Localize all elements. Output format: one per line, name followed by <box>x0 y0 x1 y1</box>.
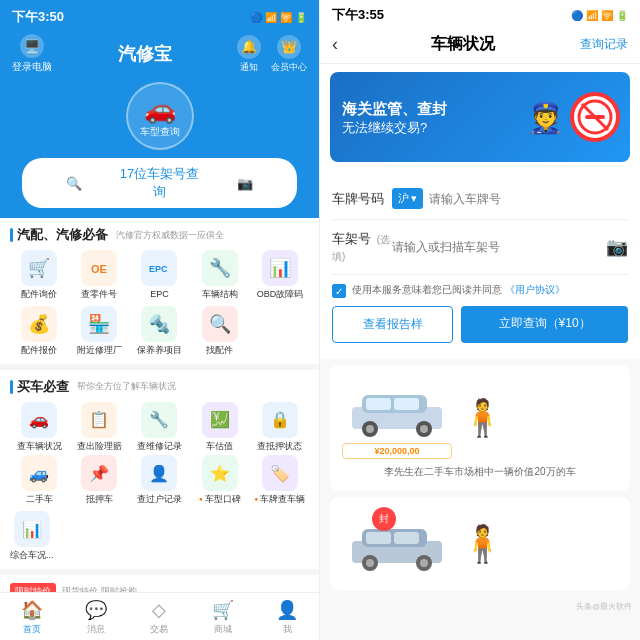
right-panel: 下午3:55 🔵 📶 🛜 🔋 ‹ 车辆状况 查询记录 海关监管、查封 无法继续交… <box>320 0 640 640</box>
right-header: ‹ 车辆状况 查询记录 <box>320 26 640 64</box>
obd-icon: 📊 <box>262 250 298 286</box>
vin-camera-button[interactable]: 📷 <box>606 236 628 258</box>
plate-number-row: 车牌号码 沪 ▾ <box>332 178 628 220</box>
right-status-bar: 下午3:55 🔵 📶 🛜 🔋 <box>320 0 640 26</box>
query-record-link[interactable]: 查询记录 <box>580 36 628 53</box>
reputation-icon: ⭐ <box>202 455 238 491</box>
sample-report-button[interactable]: 查看报告样 <box>332 306 453 343</box>
parts-quote-item[interactable]: 💰 配件报价 <box>10 306 68 356</box>
car-reputation-item[interactable]: ⭐ 车型口碑 <box>191 455 249 505</box>
result-card2-content: 封 🧍 <box>342 509 618 578</box>
person-illustration: 🧍 <box>460 397 505 439</box>
result-card-2: 封 🧍 <box>330 497 630 590</box>
header-right-actions: 🔔 通知 👑 会员中心 <box>237 35 307 74</box>
svg-point-20 <box>420 559 428 567</box>
plate-query-item[interactable]: 🏷️ 车牌查车辆 <box>251 455 309 505</box>
nav-message-label: 消息 <box>87 623 105 636</box>
nav-profile[interactable]: 👤 我 <box>255 599 319 636</box>
login-button[interactable]: 🖥️ 登录电脑 <box>12 34 52 74</box>
vehicle-structure-item[interactable]: 🔧 车辆结构 <box>191 250 249 300</box>
used-car-item[interactable]: 🚙 二手车 <box>10 455 68 505</box>
find-parts-item[interactable]: 🔍 找配件 <box>191 306 249 356</box>
nav-message[interactable]: 💬 消息 <box>64 599 128 636</box>
mortgage-status-item[interactable]: 🔒 查抵押状态 <box>251 402 309 452</box>
repair-record-item[interactable]: 🔧 查维修记录 <box>130 402 188 452</box>
plate-input-group: 沪 ▾ <box>392 188 628 209</box>
wifi-icon: 🛜 <box>280 12 292 23</box>
transfer-record-item[interactable]: 👤 查过户记录 <box>130 455 188 505</box>
nav-trade-label: 交易 <box>150 623 168 636</box>
agreement-checkbox[interactable]: ✓ <box>332 284 346 298</box>
quote-icon: 💰 <box>21 306 57 342</box>
price-badge: ¥20,000,00 <box>342 443 452 459</box>
comprehensive-icon: 📊 <box>14 511 50 547</box>
car-svg <box>342 377 452 437</box>
banner-line2: 无法继续交易? <box>342 119 447 137</box>
mortgage-car-item[interactable]: 📌 抵押车 <box>70 455 128 505</box>
watermark: 头条@最火软件 <box>576 601 632 612</box>
transfer-icon: 👤 <box>141 455 177 491</box>
bell-icon: 🔔 <box>237 35 261 59</box>
insurance-item[interactable]: 📋 查出险理赔 <box>70 402 128 452</box>
result-card-content: ¥20,000,00 🧍 李先生在二手车市场相中一辆价值20万的车 <box>342 377 618 479</box>
vehicle-status-item[interactable]: 🚗 查车辆状况 <box>10 402 68 452</box>
vin-row: 车架号 (选填) 📷 <box>332 220 628 275</box>
battery-icon: 🔋 <box>295 12 307 23</box>
svg-rect-16 <box>394 532 419 544</box>
search-icon: 🔍 <box>34 176 114 191</box>
oe-parts-item[interactable]: OE 查零件号 <box>70 250 128 300</box>
plate-number-input[interactable] <box>429 192 628 206</box>
left-header: 下午3:50 🔵 📶 🛜 🔋 🖥️ 登录电脑 汽修宝 🔔 通知 👑 <box>0 0 319 218</box>
svg-text:OE: OE <box>91 263 107 275</box>
epc-item[interactable]: EPC EPC <box>130 250 188 300</box>
right-battery-icon: 🔋 <box>616 10 628 21</box>
right-signal-icon: 📶 <box>586 10 598 21</box>
nav-home[interactable]: 🏠 首页 <box>0 599 64 636</box>
plate-prefix-button[interactable]: 沪 ▾ <box>392 188 423 209</box>
vin-input[interactable] <box>392 240 600 254</box>
limited-sale-section: 限时特价 现货特价 限时抢购 🔧 机油滤清器 ¥12.8 💨 空调滤芯 ¥18.… <box>0 575 319 592</box>
result-area: ¥20,000,00 🧍 李先生在二手车市场相中一辆价值20万的车 <box>320 359 640 640</box>
action-buttons: 查看报告样 立即查询（¥10） <box>332 306 628 351</box>
query-button[interactable]: 立即查询（¥10） <box>461 306 628 343</box>
car-query-button[interactable]: 🚗 车型查询 <box>126 82 194 150</box>
nearby-repair-item[interactable]: 🏪 附近修理厂 <box>70 306 128 356</box>
nav-trade[interactable]: ◇ 交易 <box>128 599 192 636</box>
repair-record-icon: 🔧 <box>141 402 177 438</box>
car-query-label: 车型查询 <box>140 125 180 139</box>
right-wifi-icon: 🛜 <box>601 10 613 21</box>
mortgage-icon: 🔒 <box>262 402 298 438</box>
banner-image: 👮 <box>527 92 620 142</box>
trade-icon: ◇ <box>152 599 166 621</box>
limited-header: 限时特价 现货特价 限时抢购 <box>10 583 309 592</box>
maintenance-item[interactable]: 🔩 保养养项目 <box>130 306 188 356</box>
agreement-link[interactable]: 《用户协议》 <box>505 284 565 295</box>
parts-inquiry-item[interactable]: 🛒 配件询价 <box>10 250 68 300</box>
obd-item[interactable]: 📊 OBD故障码 <box>251 250 309 300</box>
left-panel: 下午3:50 🔵 📶 🛜 🔋 🖥️ 登录电脑 汽修宝 🔔 通知 👑 <box>0 0 320 640</box>
nav-shop[interactable]: 🛒 商城 <box>191 599 255 636</box>
bluetooth-icon: 🔵 <box>250 12 262 23</box>
comprehensive-item[interactable]: 📊 综合车况... <box>10 511 54 561</box>
car-icon: 🚗 <box>144 94 176 125</box>
cart-icon: 🛒 <box>21 250 57 286</box>
car-image-container: ¥20,000,00 <box>342 377 452 459</box>
svg-point-10 <box>366 425 374 433</box>
notify-label: 通知 <box>240 61 258 74</box>
notify-button[interactable]: 🔔 通知 <box>237 35 261 74</box>
nav-home-label: 首页 <box>23 623 41 636</box>
valuation-item[interactable]: 💹 车估值 <box>191 402 249 452</box>
svg-point-12 <box>420 425 428 433</box>
nav-shop-label: 商城 <box>214 623 232 636</box>
search-bar[interactable]: 🔍 17位车架号查询 📷 <box>22 158 297 208</box>
nav-profile-label: 我 <box>283 623 292 636</box>
shop-icon: 🏪 <box>81 306 117 342</box>
mortgage-car-icon: 📌 <box>81 455 117 491</box>
back-button[interactable]: ‹ <box>332 34 338 55</box>
valuation-icon: 💹 <box>202 402 238 438</box>
plate-icon: 🏷️ <box>262 455 298 491</box>
vip-button[interactable]: 👑 会员中心 <box>271 35 307 74</box>
vip-label: 会员中心 <box>271 61 307 74</box>
search-placeholder: 17位车架号查询 <box>120 165 200 201</box>
monitor-icon: 🖥️ <box>20 34 44 58</box>
